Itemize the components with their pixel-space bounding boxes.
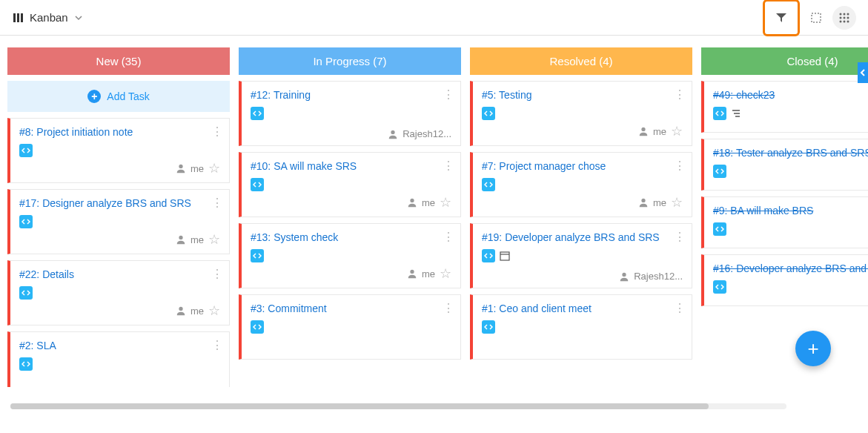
task-card[interactable]: ⋮#17: Designer analyze BRS and SRSme☆ [7, 189, 230, 254]
star-icon[interactable]: ☆ [208, 231, 220, 248]
add-task-label: Add Task [107, 90, 149, 102]
horizontal-scrollbar-track[interactable] [10, 403, 786, 409]
card-badges [251, 178, 451, 191]
column-body: ⋮#49: check23⋮#18: Tester analyze BRS an… [701, 75, 868, 387]
card-title[interactable]: #49: check23 [713, 89, 868, 101]
task-card[interactable]: ⋮#19: Developer analyze BRS and SRSRajes… [470, 223, 692, 288]
board-area: New (35)+Add Task⋮#8: Project initiation… [0, 36, 868, 399]
task-card[interactable]: ⋮#16: Developer analyze BRS and SRS [701, 254, 868, 306]
column-body: +Add Task⋮#8: Project initiation noteme☆… [7, 75, 230, 387]
svg-point-19 [641, 128, 645, 131]
card-title[interactable]: #13: System check [251, 231, 451, 243]
card-badges [482, 107, 683, 120]
card-title[interactable]: #9: BA will make BRS [713, 205, 868, 216]
task-card[interactable]: ⋮#1: Ceo and client meet [470, 294, 692, 360]
card-more-button[interactable]: ⋮ [211, 197, 223, 209]
assignee-name: me [191, 163, 204, 174]
code-badge-icon [713, 222, 726, 236]
svg-point-7 [840, 16, 842, 19]
svg-point-12 [847, 20, 849, 22]
card-more-button[interactable]: ⋮ [443, 231, 454, 243]
card-more-button[interactable]: ⋮ [674, 231, 686, 243]
task-card[interactable]: ⋮#9: BA will make BRS [701, 196, 868, 248]
card-title[interactable]: #1: Ceo and client meet [482, 303, 683, 314]
column-body: ⋮#12: TrainingRajesh12...⋮#10: SA will m… [239, 75, 461, 387]
svg-rect-3 [812, 13, 821, 22]
star-icon[interactable]: ☆ [440, 265, 451, 282]
column-new: New (35)+Add Task⋮#8: Project initiation… [7, 47, 230, 387]
card-more-button[interactable]: ⋮ [674, 89, 686, 101]
star-icon[interactable]: ☆ [208, 160, 220, 176]
card-more-button[interactable]: ⋮ [443, 89, 454, 101]
task-card[interactable]: ⋮#8: Project initiation noteme☆ [7, 118, 230, 183]
column-resolved: Resolved (4)⋮#5: Testingme☆⋮#7: Project … [470, 47, 692, 387]
card-badges [251, 107, 451, 120]
apps-button[interactable] [832, 6, 856, 30]
task-card[interactable]: ⋮#18: Tester analyze BRS and SRS [701, 139, 868, 191]
card-title[interactable]: #7: Project manager chose [482, 160, 683, 172]
card-footer: me☆ [19, 300, 220, 319]
star-icon[interactable]: ☆ [671, 123, 683, 139]
code-badge-icon [713, 280, 726, 294]
card-title[interactable]: #18: Tester analyze BRS and SRS [713, 147, 868, 159]
card-badges [713, 222, 868, 236]
topbar: Kanban [0, 0, 868, 36]
card-more-button[interactable]: ⋮ [674, 160, 686, 172]
card-more-button[interactable]: ⋮ [443, 303, 454, 314]
card-more-button[interactable]: ⋮ [211, 268, 223, 280]
view-selector[interactable]: Kanban [12, 11, 83, 24]
task-card[interactable]: ⋮#13: System checkme☆ [239, 223, 461, 288]
card-badges [713, 165, 868, 178]
filter-button[interactable] [769, 6, 793, 30]
task-card[interactable]: ⋮#3: Commitment [239, 294, 461, 360]
collapse-panel-tab[interactable] [858, 62, 868, 83]
card-title[interactable]: #17: Designer analyze BRS and SRS [19, 197, 220, 209]
code-badge-icon [251, 107, 264, 120]
card-title[interactable]: #16: Developer analyze BRS and SRS [713, 262, 868, 274]
card-badges [482, 178, 683, 191]
card-more-button[interactable]: ⋮ [674, 303, 686, 314]
card-more-button[interactable]: ⋮ [443, 160, 454, 172]
card-badges [19, 215, 220, 228]
card-badges [713, 107, 868, 120]
assignee-icon [619, 271, 629, 282]
assignee-icon [638, 197, 649, 208]
task-card[interactable]: ⋮#5: Testingme☆ [470, 81, 692, 146]
assignee-icon [176, 305, 186, 316]
task-card[interactable]: ⋮#10: SA will make SRSme☆ [239, 152, 461, 217]
task-card[interactable]: ⋮#49: check23 [701, 81, 868, 133]
card-title[interactable]: #3: Commitment [251, 303, 451, 314]
column-header: Closed (4) [701, 47, 868, 75]
assignee-name: Rajesh12... [634, 271, 683, 282]
task-card[interactable]: ⋮#2: SLA [7, 331, 230, 387]
code-badge-icon [19, 286, 33, 300]
card-title[interactable]: #19: Developer analyze BRS and SRS [482, 231, 683, 243]
card-more-button[interactable]: ⋮ [211, 126, 223, 138]
card-title[interactable]: #22: Details [19, 268, 220, 280]
add-task-button[interactable]: +Add Task [7, 81, 230, 112]
card-title[interactable]: #12: Training [251, 89, 451, 101]
svg-rect-21 [500, 252, 509, 260]
task-card[interactable]: ⋮#12: TrainingRajesh12... [239, 81, 461, 146]
add-fab[interactable]: + [795, 331, 831, 366]
card-title[interactable]: #8: Project initiation note [19, 126, 220, 138]
chevron-down-icon [74, 13, 83, 22]
star-icon[interactable]: ☆ [671, 194, 683, 211]
topbar-actions [763, 0, 856, 36]
task-card[interactable]: ⋮#7: Project manager choseme☆ [470, 152, 692, 217]
card-title[interactable]: #2: SLA [19, 340, 220, 351]
star-icon[interactable]: ☆ [440, 194, 451, 211]
card-more-button[interactable]: ⋮ [211, 340, 223, 351]
code-badge-icon [482, 249, 495, 262]
card-title[interactable]: #5: Testing [482, 89, 683, 101]
deploy-button[interactable] [804, 6, 828, 30]
card-title[interactable]: #10: SA will make SRS [251, 160, 451, 172]
card-badges [482, 320, 683, 334]
star-icon[interactable]: ☆ [208, 303, 220, 319]
task-card[interactable]: ⋮#22: Detailsme☆ [7, 260, 230, 325]
svg-point-6 [847, 13, 849, 15]
code-badge-icon [482, 178, 495, 191]
calendar-icon [500, 251, 510, 261]
horizontal-scrollbar-thumb[interactable] [10, 403, 709, 409]
svg-point-16 [391, 130, 395, 133]
